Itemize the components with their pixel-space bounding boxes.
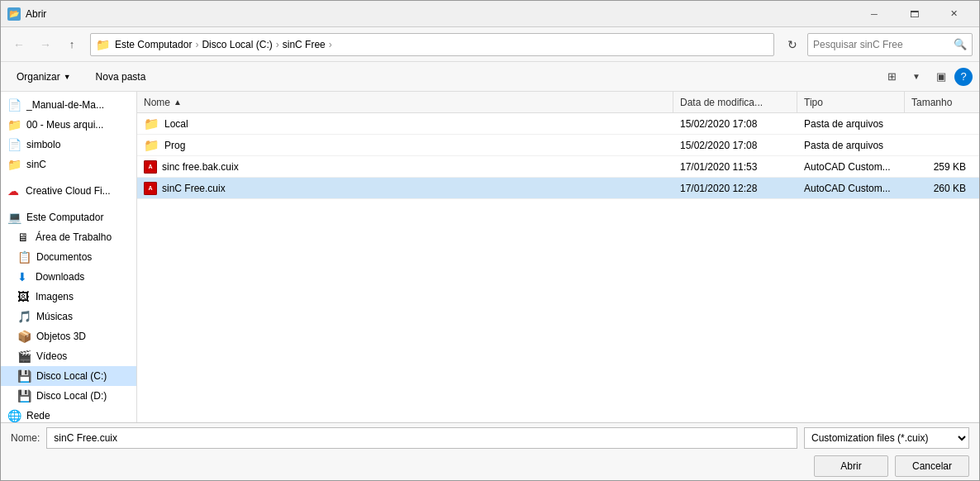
sidebar-label-downloads: Downloads bbox=[36, 271, 84, 283]
title-bar: 📂 Abrir ─ 🗖 ✕ bbox=[1, 1, 979, 27]
cuix-icon-sinc-free: A bbox=[144, 182, 157, 195]
sidebar-icon-manual: 📄 bbox=[7, 98, 21, 112]
restore-button[interactable]: 🗖 bbox=[895, 1, 933, 27]
file-name-sinc-free: sinC Free.cuix bbox=[162, 183, 226, 194]
file-cell-type-sinc-free: AutoCAD Custom... bbox=[797, 183, 905, 194]
organize-label: Organizar bbox=[17, 71, 60, 83]
sidebar-icon-documentos: 📋 bbox=[17, 250, 31, 264]
sidebar-icon-disco-c: 💾 bbox=[17, 369, 31, 383]
dialog-icon: 📂 bbox=[7, 7, 21, 21]
view-dropdown-button[interactable]: ▼ bbox=[905, 66, 928, 88]
breadcrumb-sep-2: › bbox=[276, 39, 279, 50]
file-name-local: Local bbox=[164, 118, 188, 130]
file-cell-date-local: 15/02/2020 17:08 bbox=[673, 118, 797, 130]
view-controls: ⊞ ▼ ▣ ? bbox=[880, 66, 973, 88]
minimize-button[interactable]: ─ bbox=[855, 1, 893, 27]
sidebar-icon-imagens: 🖼 bbox=[17, 290, 31, 303]
help-button[interactable]: ? bbox=[954, 68, 973, 86]
sidebar-item-documentos[interactable]: 📋 Documentos bbox=[1, 247, 136, 267]
preview-pane-button[interactable]: ▣ bbox=[930, 66, 953, 88]
sidebar-label-rede: Rede bbox=[26, 410, 50, 421]
filename-row: Nome: Customization files (*.cuix) bbox=[11, 427, 969, 449]
up-button[interactable]: ↑ bbox=[60, 33, 83, 56]
sidebar-item-meus-arq[interactable]: 📁 00 - Meus arqui... bbox=[1, 115, 136, 135]
sidebar-icon-sinc: 📁 bbox=[7, 158, 21, 171]
sidebar-item-rede[interactable]: 🌐 Rede bbox=[1, 406, 136, 422]
sidebar-item-musicas[interactable]: 🎵 Músicas bbox=[1, 307, 136, 326]
sidebar-item-objetos3d[interactable]: 📦 Objetos 3D bbox=[1, 326, 136, 346]
file-row-sinc-bak[interactable]: A sinc free.bak.cuix 17/01/2020 11:53 Au… bbox=[137, 156, 979, 178]
filename-input[interactable] bbox=[46, 427, 797, 449]
file-cell-date-prog: 15/02/2020 17:08 bbox=[673, 140, 797, 151]
new-folder-button[interactable]: Nova pasta bbox=[87, 66, 155, 88]
sidebar-label-musicas: Músicas bbox=[36, 311, 73, 322]
dialog-title: Abrir bbox=[26, 8, 855, 20]
search-box: 🔍 bbox=[807, 33, 973, 56]
sidebar-icon-musicas: 🎵 bbox=[17, 310, 31, 323]
main-content: 📄 _Manual-de-Ma... 📁 00 - Meus arqui... … bbox=[1, 92, 979, 422]
file-cell-size-sinc-bak: 259 KB bbox=[905, 161, 979, 173]
sidebar-item-creative-cloud[interactable]: ☁ Creative Cloud Fi... bbox=[1, 181, 136, 201]
sidebar-item-imagens[interactable]: 🖼 Imagens bbox=[1, 287, 136, 307]
open-dialog: 📂 Abrir ─ 🗖 ✕ ← → ↑ 📁 Este Computador › … bbox=[0, 0, 980, 481]
file-list: Nome ▲ Data de modifica... Tipo Tamanho … bbox=[137, 92, 979, 422]
sidebar-label-imagens: Imagens bbox=[36, 291, 74, 302]
breadcrumb-bar: 📁 Este Computador › Disco Local (C:) › s… bbox=[90, 33, 774, 56]
column-header-size[interactable]: Tamanho bbox=[905, 92, 979, 112]
sidebar-item-este-computador[interactable]: 💻 Este Computador bbox=[1, 207, 136, 227]
sidebar-item-manual[interactable]: 📄 _Manual-de-Ma... bbox=[1, 95, 136, 115]
file-cell-name-sinc-free: A sinC Free.cuix bbox=[137, 182, 673, 195]
file-cell-name-prog: 📁 Prog bbox=[137, 138, 673, 153]
sidebar-label-creative-cloud: Creative Cloud Fi... bbox=[26, 185, 111, 197]
view-options-button[interactable]: ⊞ bbox=[880, 66, 903, 88]
sidebar-label-manual: _Manual-de-Ma... bbox=[26, 99, 104, 111]
filetype-select[interactable]: Customization files (*.cuix) bbox=[804, 427, 969, 449]
sidebar-icon-rede: 🌐 bbox=[7, 409, 21, 422]
column-type-label: Tipo bbox=[804, 97, 823, 108]
forward-button[interactable]: → bbox=[34, 33, 57, 56]
column-date-label: Data de modifica... bbox=[680, 97, 763, 108]
file-row-sinc-free[interactable]: A sinC Free.cuix 17/01/2020 12:28 AutoCA… bbox=[137, 178, 979, 199]
filename-label: Nome: bbox=[11, 432, 40, 444]
close-button[interactable]: ✕ bbox=[935, 1, 973, 27]
breadcrumb-disco-local[interactable]: Disco Local (C:) bbox=[202, 39, 272, 50]
breadcrumb-este-computador[interactable]: Este Computador bbox=[115, 39, 192, 50]
cancel-button[interactable]: Cancelar bbox=[895, 455, 969, 477]
column-header-type[interactable]: Tipo bbox=[797, 92, 905, 112]
file-list-header: Nome ▲ Data de modifica... Tipo Tamanho bbox=[137, 92, 979, 113]
breadcrumb-folder-icon: 📁 bbox=[96, 38, 110, 51]
sidebar-item-videos[interactable]: 🎬 Vídeos bbox=[1, 346, 136, 366]
file-row-prog[interactable]: 📁 Prog 15/02/2020 17:08 Pasta de arquivo… bbox=[137, 135, 979, 156]
column-header-name[interactable]: Nome ▲ bbox=[137, 92, 673, 112]
sidebar-label-disco-c: Disco Local (C:) bbox=[36, 370, 107, 382]
organize-button[interactable]: Organizar ▼ bbox=[7, 66, 80, 88]
sidebar-icon-downloads: ⬇ bbox=[17, 270, 31, 283]
sidebar-item-disco-c[interactable]: 💾 Disco Local (C:) bbox=[1, 366, 136, 386]
file-name-prog: Prog bbox=[164, 140, 185, 151]
sidebar-label-este-computador: Este Computador bbox=[26, 212, 103, 223]
back-button[interactable]: ← bbox=[7, 33, 31, 56]
breadcrumb-items: Este Computador › Disco Local (C:) › sin… bbox=[115, 39, 334, 50]
open-button[interactable]: Abrir bbox=[814, 455, 888, 477]
breadcrumb-sep-1: › bbox=[195, 39, 198, 50]
sidebar-item-downloads[interactable]: ⬇ Downloads bbox=[1, 267, 136, 287]
organize-dropdown-arrow: ▼ bbox=[64, 73, 71, 81]
breadcrumb-sep-3: › bbox=[329, 39, 332, 50]
file-cell-type-local: Pasta de arquivos bbox=[797, 118, 905, 130]
sidebar-item-simbolo[interactable]: 📄 simbolo bbox=[1, 135, 136, 155]
search-input[interactable] bbox=[813, 39, 950, 50]
sidebar-label-videos: Vídeos bbox=[36, 350, 67, 362]
file-cell-type-prog: Pasta de arquivos bbox=[797, 140, 905, 151]
sidebar-icon-videos: 🎬 bbox=[17, 350, 31, 363]
sidebar-item-disco-d[interactable]: 💾 Disco Local (D:) bbox=[1, 386, 136, 406]
column-header-date[interactable]: Data de modifica... bbox=[673, 92, 797, 112]
file-cell-name-local: 📁 Local bbox=[137, 117, 673, 131]
sidebar-item-area-trabalho[interactable]: 🖥 Área de Trabalho bbox=[1, 227, 136, 247]
file-row-local[interactable]: 📁 Local 15/02/2020 17:08 Pasta de arquiv… bbox=[137, 113, 979, 135]
action-bar: Organizar ▼ Nova pasta ⊞ ▼ ▣ ? bbox=[1, 62, 979, 92]
refresh-button[interactable]: ↻ bbox=[781, 33, 804, 56]
buttons-row: Abrir Cancelar bbox=[11, 455, 969, 477]
sidebar-item-sinc[interactable]: 📁 sinC bbox=[1, 155, 136, 174]
breadcrumb-sinc-free[interactable]: sinC Free bbox=[283, 39, 326, 50]
file-cell-date-sinc-free: 17/01/2020 12:28 bbox=[673, 183, 797, 194]
